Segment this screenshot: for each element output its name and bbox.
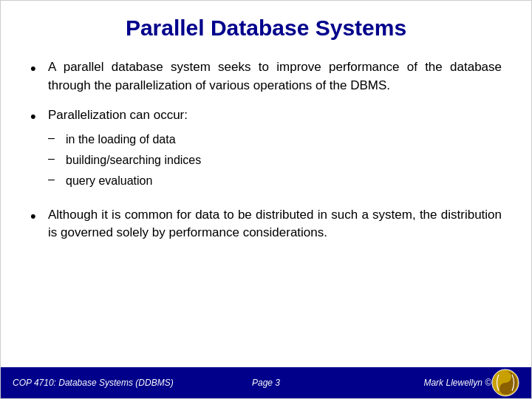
bullet-text: Parallelization can occur:	[48, 106, 188, 125]
list-item: – building/searching indices	[48, 152, 201, 168]
bullet-text: A parallel database system seeks to impr…	[48, 58, 502, 95]
svg-point-2	[503, 386, 508, 391]
sub-text: in the loading of data	[66, 132, 176, 148]
bullet-text: Although it is common for data to be dis…	[48, 206, 502, 242]
footer-right-text: Mark Llewellyn ©	[423, 378, 491, 388]
sub-dash: –	[48, 173, 66, 186]
list-item: – in the loading of data	[48, 132, 201, 148]
bullet-list: • A parallel database system seeks to im…	[30, 58, 502, 242]
footer-logo	[491, 369, 519, 397]
list-item: • Parallelization can occur: – in the lo…	[30, 106, 502, 194]
footer-left-text: COP 4710: Database Systems (DDBMS)	[13, 378, 174, 388]
slide-title: Parallel Database Systems	[30, 16, 502, 41]
footer-center-text: Page 3	[252, 378, 280, 388]
sub-dash: –	[48, 152, 66, 166]
sub-list: – in the loading of data – building/sear…	[48, 132, 201, 194]
bullet-dot: •	[30, 58, 48, 78]
sub-dash: –	[48, 132, 66, 145]
list-item: • A parallel database system seeks to im…	[30, 58, 502, 95]
sub-text: query evaluation	[66, 173, 152, 189]
footer-right-group: Mark Llewellyn ©	[423, 369, 519, 397]
sub-text: building/searching indices	[66, 152, 201, 168]
bullet-dot: •	[30, 206, 48, 226]
bullet-dot: •	[30, 106, 48, 126]
svg-point-1	[503, 375, 508, 379]
slide: Parallel Database Systems • A parallel d…	[0, 0, 532, 399]
slide-content: Parallel Database Systems • A parallel d…	[1, 1, 531, 367]
list-item: • Although it is common for data to be d…	[30, 206, 502, 242]
list-item: – query evaluation	[48, 173, 201, 189]
slide-footer: COP 4710: Database Systems (DDBMS) Page …	[1, 367, 531, 398]
